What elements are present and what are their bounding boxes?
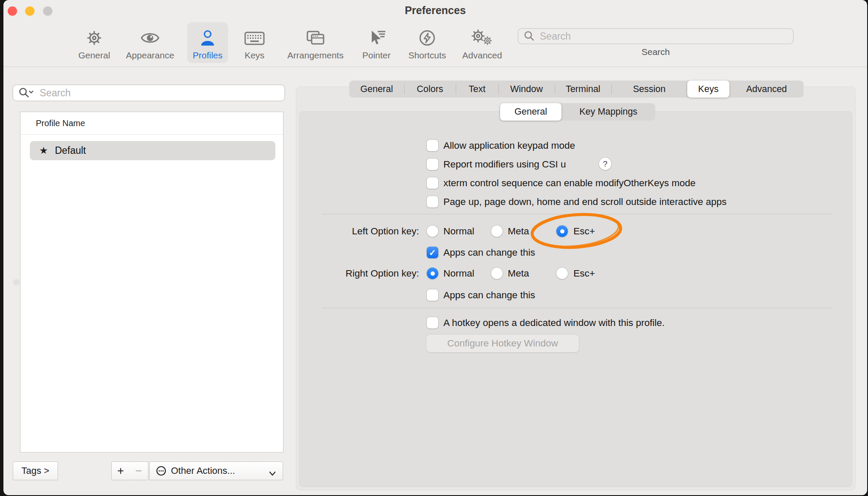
checkbox-csi-u[interactable] xyxy=(427,159,438,170)
bolt-circle-icon xyxy=(418,26,436,50)
toolbar-item-keys[interactable]: Keys xyxy=(235,23,274,63)
checkbox-keypad-mode[interactable] xyxy=(427,140,438,151)
tab-general[interactable]: General xyxy=(349,81,404,98)
checkbox-keypad-mode-label[interactable]: Allow application keypad mode xyxy=(443,140,575,151)
profile-row-default[interactable]: ★ Default xyxy=(30,141,275,160)
subtab-general[interactable]: General xyxy=(500,103,561,121)
radio-right-esc[interactable] xyxy=(556,268,568,279)
profile-search-input[interactable] xyxy=(39,87,271,99)
left-option-key-label: Left Option key: xyxy=(281,225,419,237)
separator xyxy=(322,308,832,308)
tab-colors[interactable]: Colors xyxy=(404,81,456,98)
toolbar-item-shortcuts[interactable]: Shortcuts xyxy=(404,23,451,63)
search-icon xyxy=(524,30,535,42)
profile-list: Profile Name ★ Default xyxy=(20,112,284,453)
toolbar-item-profiles[interactable]: Profiles xyxy=(187,23,228,63)
checkbox-left-apps-change-label[interactable]: Apps can change this xyxy=(443,247,535,258)
window-title: Preferences xyxy=(3,4,867,17)
radio-left-normal[interactable] xyxy=(427,225,438,237)
tab-window[interactable]: Window xyxy=(498,81,555,98)
gear-icon xyxy=(86,26,103,50)
default-star-icon: ★ xyxy=(39,145,48,156)
checkbox-modify-other-keys[interactable] xyxy=(427,177,438,189)
radio-right-meta-label[interactable]: Meta xyxy=(508,268,529,279)
toolbar-item-pointer[interactable]: Pointer xyxy=(355,23,398,63)
tags-button[interactable]: Tags > xyxy=(13,461,58,480)
keys-general-panel xyxy=(299,111,852,487)
checkbox-modify-other-keys-label[interactable]: xterm control sequence can enable modify… xyxy=(443,177,696,189)
preferences-window: Preferences General Appearance Profiles xyxy=(3,0,867,495)
checkbox-page-scroll[interactable] xyxy=(427,196,438,208)
radio-left-meta-label[interactable]: Meta xyxy=(508,225,529,237)
person-icon xyxy=(198,26,217,50)
add-profile-button[interactable]: + xyxy=(111,461,130,480)
windows-icon xyxy=(305,26,326,50)
tab-session[interactable]: Session xyxy=(611,81,687,98)
subtab-key-mappings[interactable]: Key Mappings xyxy=(561,103,655,121)
gears-icon xyxy=(470,26,494,50)
profile-tabs: General Colors Text Window Terminal Sess… xyxy=(349,81,804,98)
profile-list-header: Profile Name xyxy=(36,118,85,128)
radio-left-normal-label[interactable]: Normal xyxy=(443,225,475,237)
toolbar-search-field[interactable] xyxy=(518,28,794,44)
help-button[interactable]: ? xyxy=(599,158,611,170)
right-option-key-label: Right Option key: xyxy=(281,268,419,279)
remove-profile-button[interactable]: − xyxy=(130,461,148,480)
toolbar-item-general[interactable]: General xyxy=(71,23,118,63)
radio-left-meta[interactable] xyxy=(491,225,503,237)
toolbar-divider xyxy=(3,66,867,67)
toolbar-item-arrangements[interactable]: Arrangements xyxy=(284,23,347,63)
profile-search-field[interactable] xyxy=(12,84,285,101)
ellipsis-circle-icon xyxy=(156,465,167,476)
tab-terminal[interactable]: Terminal xyxy=(555,81,611,98)
other-actions-dropdown[interactable]: Other Actions... xyxy=(149,461,283,480)
radio-right-normal-label[interactable]: Normal xyxy=(443,268,475,279)
window-edge-dot xyxy=(13,279,20,285)
tab-advanced[interactable]: Advanced xyxy=(729,81,804,98)
tab-text[interactable]: Text xyxy=(456,81,498,98)
keyboard-icon xyxy=(244,26,265,50)
list-header-divider xyxy=(20,134,283,135)
toolbar-search-input[interactable] xyxy=(539,30,779,43)
separator xyxy=(322,214,832,214)
checkbox-left-apps-change[interactable]: ✓ xyxy=(427,247,438,258)
checkbox-csi-u-label[interactable]: Report modifiers using CSI u xyxy=(443,159,566,170)
radio-left-esc[interactable] xyxy=(556,225,568,237)
toolbar-search-label: Search xyxy=(518,47,794,57)
tab-keys[interactable]: Keys xyxy=(687,81,729,98)
search-menu-icon[interactable] xyxy=(18,87,35,99)
checkbox-right-apps-change-label[interactable]: Apps can change this xyxy=(443,289,535,301)
cursor-icon xyxy=(366,26,387,50)
chevron-down-icon xyxy=(268,468,277,479)
radio-right-meta[interactable] xyxy=(491,268,503,279)
checkbox-hotkey-window-label[interactable]: A hotkey opens a dedicated window with t… xyxy=(443,317,665,329)
keys-subtabs: General Key Mappings xyxy=(500,103,655,121)
eye-icon xyxy=(140,26,160,50)
toolbar-item-advanced[interactable]: Advanced xyxy=(457,23,508,63)
configure-hotkey-window-button[interactable]: Configure Hotkey Window xyxy=(426,335,579,352)
checkbox-hotkey-window[interactable] xyxy=(427,317,438,329)
radio-right-esc-label[interactable]: Esc+ xyxy=(573,268,595,279)
radio-left-esc-label[interactable]: Esc+ xyxy=(573,225,595,237)
profile-name: Default xyxy=(55,145,86,156)
checkbox-right-apps-change[interactable] xyxy=(427,289,438,301)
radio-right-normal[interactable] xyxy=(427,268,438,279)
checkbox-page-scroll-label[interactable]: Page up, page down, home and end scroll … xyxy=(443,196,726,208)
toolbar-item-appearance[interactable]: Appearance xyxy=(122,23,178,63)
